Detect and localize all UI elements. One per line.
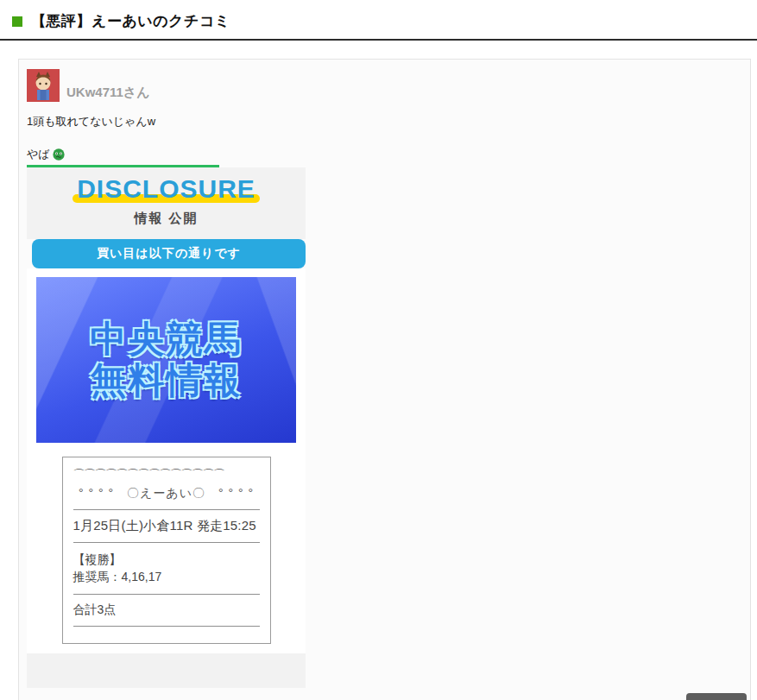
bet-ticket: ⌒⌒⌒⌒⌒⌒⌒⌒⌒⌒⌒⌒⌒⌒ ° ° ° ° 〇えーあい〇 ° ° ° ° 1月…: [62, 457, 271, 644]
promo-graphic: 中央競馬 無料情報: [36, 277, 296, 443]
nauseated-face-emoji: [53, 148, 65, 161]
ticket-divider: [73, 626, 260, 627]
buy-list-banner: 買い目は以下の通りです: [32, 239, 306, 268]
ticket-divider: [73, 509, 260, 510]
disclosure-heading: DISCLOSURE: [77, 174, 255, 204]
tooltip-peek: [686, 693, 747, 700]
avatar[interactable]: [27, 69, 60, 102]
review-card: UKw4711さん 1頭も取れてないじゃんw やば DISCLOSURE 情報 …: [18, 59, 751, 700]
promo-graphic-line1: 中央競馬: [91, 318, 243, 360]
user-row: UKw4711さん: [27, 69, 742, 102]
embedded-image[interactable]: DISCLOSURE 情報 公開 買い目は以下の通りです 中央競馬 無料情報 ⌒…: [27, 167, 306, 688]
embed-subheading: 情報 公開: [27, 211, 306, 227]
promo-graphic-line2: 無料情報: [91, 360, 243, 401]
ticket-divider: [73, 594, 260, 595]
embed-body: 中央競馬 無料情報 ⌒⌒⌒⌒⌒⌒⌒⌒⌒⌒⌒⌒⌒⌒ ° ° ° ° 〇えーあい〇 …: [27, 268, 306, 653]
ticket-brand: ° ° ° ° 〇えーあい〇 ° ° ° °: [73, 486, 260, 501]
ticket-divider: [73, 542, 260, 543]
page-title: 【悪評】えーあいのクチコミ: [31, 11, 230, 31]
ticket-race-info: 1月25日(土)小倉11R 発走15:25: [73, 518, 260, 534]
green-square-bullet: [12, 16, 22, 27]
comment-text: 1頭も取れてないじゃんw: [27, 114, 742, 129]
embed-header: DISCLOSURE 情報 公開: [27, 167, 306, 239]
embed-footer-strip: [27, 653, 306, 688]
comment-text-2: やば: [27, 147, 742, 162]
ticket-bet-type: 【複勝】: [73, 551, 260, 568]
username[interactable]: UKw4711さん: [66, 85, 150, 102]
ticket-horses: 推奨馬：4,16,17: [73, 568, 260, 585]
page-header: 【悪評】えーあいのクチコミ: [0, 0, 757, 41]
ticket-scallop-border: ⌒⌒⌒⌒⌒⌒⌒⌒⌒⌒⌒⌒⌒⌒: [73, 469, 260, 481]
ticket-total: 合計3点: [73, 602, 260, 618]
